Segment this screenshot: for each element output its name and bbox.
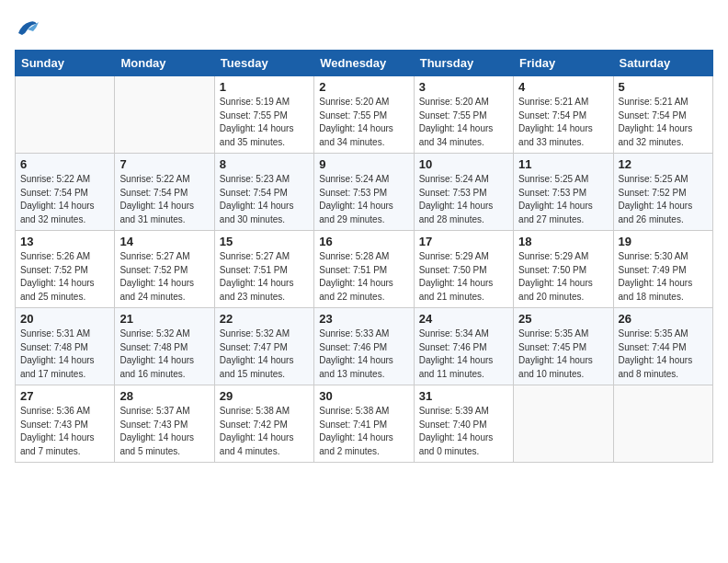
day-number: 28 — [119, 389, 209, 403]
day-number: 27 — [20, 389, 109, 403]
day-number: 31 — [419, 389, 508, 403]
day-info: Sunrise: 5:27 AM Sunset: 7:51 PM Dayligh… — [220, 250, 309, 304]
day-info: Sunrise: 5:32 AM Sunset: 7:48 PM Dayligh… — [119, 327, 209, 381]
calendar-cell — [514, 385, 613, 463]
calendar-cell: 23Sunrise: 5:33 AM Sunset: 7:46 PM Dayli… — [314, 308, 414, 385]
day-info: Sunrise: 5:35 AM Sunset: 7:45 PM Dayligh… — [518, 327, 608, 381]
calendar-cell — [613, 385, 712, 463]
day-info: Sunrise: 5:23 AM Sunset: 7:54 PM Dayligh… — [220, 173, 309, 226]
day-number: 14 — [119, 235, 209, 248]
weekday-header: Saturday — [613, 51, 712, 76]
calendar-cell: 4Sunrise: 5:21 AM Sunset: 7:54 PM Daylig… — [514, 76, 613, 154]
day-info: Sunrise: 5:24 AM Sunset: 7:53 PM Dayligh… — [419, 173, 508, 226]
weekday-header: Friday — [514, 51, 613, 76]
day-number: 17 — [419, 235, 508, 248]
day-number: 15 — [220, 235, 309, 248]
day-info: Sunrise: 5:37 AM Sunset: 7:43 PM Dayligh… — [119, 405, 209, 458]
day-number: 3 — [419, 80, 508, 94]
calendar-cell: 2Sunrise: 5:20 AM Sunset: 7:55 PM Daylig… — [314, 76, 414, 154]
day-info: Sunrise: 5:28 AM Sunset: 7:51 PM Dayligh… — [319, 250, 408, 304]
day-number: 21 — [119, 312, 209, 326]
day-number: 22 — [220, 312, 309, 326]
day-number: 4 — [518, 80, 608, 94]
calendar-cell: 14Sunrise: 5:27 AM Sunset: 7:52 PM Dayli… — [115, 231, 214, 308]
calendar-cell: 8Sunrise: 5:23 AM Sunset: 7:54 PM Daylig… — [214, 154, 313, 231]
day-info: Sunrise: 5:25 AM Sunset: 7:52 PM Dayligh… — [619, 173, 708, 226]
calendar-cell: 18Sunrise: 5:29 AM Sunset: 7:50 PM Dayli… — [514, 231, 613, 308]
weekday-header: Sunday — [16, 51, 115, 76]
day-number: 5 — [619, 80, 708, 94]
day-info: Sunrise: 5:31 AM Sunset: 7:48 PM Dayligh… — [20, 327, 109, 381]
day-info: Sunrise: 5:27 AM Sunset: 7:52 PM Dayligh… — [119, 250, 209, 304]
day-info: Sunrise: 5:26 AM Sunset: 7:52 PM Dayligh… — [20, 250, 109, 304]
calendar-cell: 13Sunrise: 5:26 AM Sunset: 7:52 PM Dayli… — [16, 231, 115, 308]
logo — [15, 15, 44, 40]
day-info: Sunrise: 5:29 AM Sunset: 7:50 PM Dayligh… — [518, 250, 608, 304]
day-number: 20 — [20, 312, 109, 326]
page-header — [15, 15, 713, 40]
weekday-header: Thursday — [414, 51, 513, 76]
day-number: 2 — [319, 80, 408, 94]
day-info: Sunrise: 5:38 AM Sunset: 7:41 PM Dayligh… — [319, 405, 408, 458]
day-info: Sunrise: 5:21 AM Sunset: 7:54 PM Dayligh… — [518, 96, 608, 149]
day-info: Sunrise: 5:35 AM Sunset: 7:44 PM Dayligh… — [619, 327, 708, 381]
calendar-cell: 21Sunrise: 5:32 AM Sunset: 7:48 PM Dayli… — [115, 308, 214, 385]
calendar-cell: 3Sunrise: 5:20 AM Sunset: 7:55 PM Daylig… — [414, 76, 513, 154]
day-number: 18 — [518, 235, 608, 248]
calendar-cell — [16, 76, 115, 154]
weekday-header: Wednesday — [314, 51, 414, 76]
day-number: 13 — [20, 235, 109, 248]
day-number: 1 — [220, 80, 309, 94]
calendar-week-row: 13Sunrise: 5:26 AM Sunset: 7:52 PM Dayli… — [16, 231, 713, 308]
day-info: Sunrise: 5:25 AM Sunset: 7:53 PM Dayligh… — [518, 173, 608, 226]
calendar-week-row: 6Sunrise: 5:22 AM Sunset: 7:54 PM Daylig… — [16, 154, 713, 231]
day-number: 11 — [518, 157, 608, 171]
day-number: 6 — [20, 157, 109, 171]
calendar-cell: 12Sunrise: 5:25 AM Sunset: 7:52 PM Dayli… — [613, 154, 712, 231]
day-info: Sunrise: 5:34 AM Sunset: 7:46 PM Dayligh… — [419, 327, 508, 381]
calendar-week-row: 1Sunrise: 5:19 AM Sunset: 7:55 PM Daylig… — [16, 76, 713, 154]
calendar-cell: 30Sunrise: 5:38 AM Sunset: 7:41 PM Dayli… — [314, 385, 414, 463]
day-number: 8 — [220, 157, 309, 171]
day-info: Sunrise: 5:21 AM Sunset: 7:54 PM Dayligh… — [619, 96, 708, 149]
calendar-cell: 22Sunrise: 5:32 AM Sunset: 7:47 PM Dayli… — [214, 308, 313, 385]
day-info: Sunrise: 5:38 AM Sunset: 7:42 PM Dayligh… — [220, 405, 309, 458]
calendar-cell: 7Sunrise: 5:22 AM Sunset: 7:54 PM Daylig… — [115, 154, 214, 231]
day-number: 9 — [319, 157, 408, 171]
calendar-cell: 1Sunrise: 5:19 AM Sunset: 7:55 PM Daylig… — [214, 76, 313, 154]
calendar-cell: 9Sunrise: 5:24 AM Sunset: 7:53 PM Daylig… — [314, 154, 414, 231]
calendar-cell: 16Sunrise: 5:28 AM Sunset: 7:51 PM Dayli… — [314, 231, 414, 308]
day-number: 24 — [419, 312, 508, 326]
day-info: Sunrise: 5:29 AM Sunset: 7:50 PM Dayligh… — [419, 250, 508, 304]
day-info: Sunrise: 5:20 AM Sunset: 7:55 PM Dayligh… — [319, 96, 408, 149]
calendar-cell: 26Sunrise: 5:35 AM Sunset: 7:44 PM Dayli… — [613, 308, 712, 385]
calendar-cell: 20Sunrise: 5:31 AM Sunset: 7:48 PM Dayli… — [16, 308, 115, 385]
calendar-table: SundayMondayTuesdayWednesdayThursdayFrid… — [15, 50, 713, 463]
day-info: Sunrise: 5:24 AM Sunset: 7:53 PM Dayligh… — [319, 173, 408, 226]
day-info: Sunrise: 5:19 AM Sunset: 7:55 PM Dayligh… — [220, 96, 309, 149]
day-number: 12 — [619, 157, 708, 171]
day-info: Sunrise: 5:36 AM Sunset: 7:43 PM Dayligh… — [20, 405, 109, 458]
day-info: Sunrise: 5:39 AM Sunset: 7:40 PM Dayligh… — [419, 405, 508, 458]
calendar-cell: 10Sunrise: 5:24 AM Sunset: 7:53 PM Dayli… — [414, 154, 513, 231]
weekday-header: Tuesday — [214, 51, 313, 76]
calendar-cell: 11Sunrise: 5:25 AM Sunset: 7:53 PM Dayli… — [514, 154, 613, 231]
day-info: Sunrise: 5:30 AM Sunset: 7:49 PM Dayligh… — [619, 250, 708, 304]
day-number: 23 — [319, 312, 408, 326]
day-info: Sunrise: 5:33 AM Sunset: 7:46 PM Dayligh… — [319, 327, 408, 381]
calendar-cell: 19Sunrise: 5:30 AM Sunset: 7:49 PM Dayli… — [613, 231, 712, 308]
day-number: 30 — [319, 389, 408, 403]
calendar-cell: 17Sunrise: 5:29 AM Sunset: 7:50 PM Dayli… — [414, 231, 513, 308]
day-info: Sunrise: 5:22 AM Sunset: 7:54 PM Dayligh… — [119, 173, 209, 226]
day-number: 29 — [220, 389, 309, 403]
calendar-cell: 6Sunrise: 5:22 AM Sunset: 7:54 PM Daylig… — [16, 154, 115, 231]
day-number: 26 — [619, 312, 708, 326]
calendar-body: 1Sunrise: 5:19 AM Sunset: 7:55 PM Daylig… — [16, 76, 713, 463]
calendar-cell: 5Sunrise: 5:21 AM Sunset: 7:54 PM Daylig… — [613, 76, 712, 154]
calendar-cell — [115, 76, 214, 154]
calendar-cell: 15Sunrise: 5:27 AM Sunset: 7:51 PM Dayli… — [214, 231, 313, 308]
day-number: 19 — [619, 235, 708, 248]
calendar-cell: 24Sunrise: 5:34 AM Sunset: 7:46 PM Dayli… — [414, 308, 513, 385]
calendar-cell: 28Sunrise: 5:37 AM Sunset: 7:43 PM Dayli… — [115, 385, 214, 463]
day-number: 16 — [319, 235, 408, 248]
